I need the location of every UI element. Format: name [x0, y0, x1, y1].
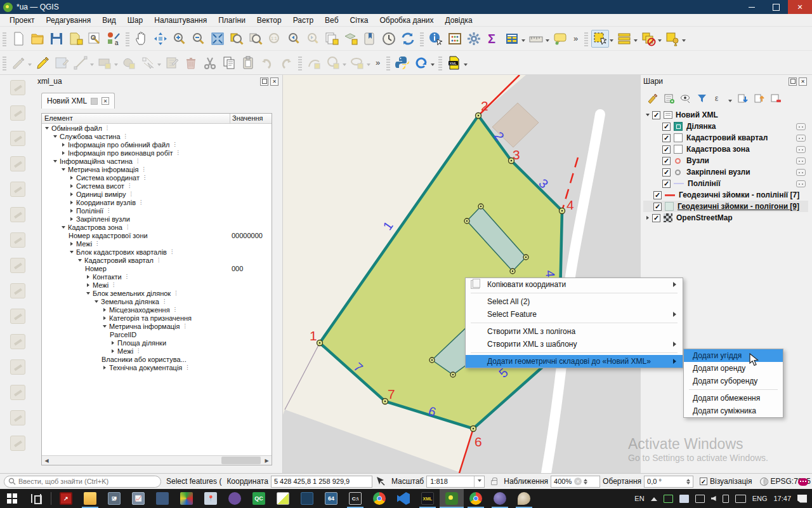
tree-row[interactable]: Службова частина⋮: [42, 132, 272, 140]
add-polygon-button[interactable]: [120, 54, 138, 72]
add-line-dropdown[interactable]: [90, 64, 94, 68]
taskbar-app-win64[interactable]: 64: [319, 489, 343, 508]
tree-header[interactable]: Елемент Значення: [42, 114, 272, 124]
spinner-icons[interactable]: [686, 477, 690, 486]
item-menu-dots-icon[interactable]: ⋮: [136, 348, 140, 354]
current-edits-button[interactable]: [10, 54, 27, 72]
add-line-feature-button[interactable]: [72, 54, 89, 72]
edit-indicator-icon[interactable]: [796, 146, 806, 153]
taskbar-app-door[interactable]: [295, 489, 319, 508]
zoom-to-layer-button[interactable]: [247, 30, 265, 48]
expand-arrow[interactable]: [51, 158, 59, 164]
menu-mesh[interactable]: Сітка: [344, 15, 374, 26]
project-properties-button[interactable]: [86, 30, 103, 48]
left-tool-icon[interactable]: [10, 258, 25, 273]
map-themes-icon[interactable]: [679, 91, 693, 105]
layer-row[interactable]: ✓ Вузли: [643, 155, 808, 166]
render-checkbox[interactable]: ✓: [700, 478, 707, 485]
identify-features-button[interactable]: [427, 30, 445, 48]
taskbar-app-paint[interactable]: [512, 489, 536, 508]
item-menu-dots-icon[interactable]: ⋮: [111, 282, 115, 288]
left-tool-icon[interactable]: [10, 359, 25, 375]
zoom-to-selection-button[interactable]: [228, 30, 246, 48]
layer-row[interactable]: ✓ OpenStreetMap: [643, 212, 808, 224]
expand-arrow[interactable]: [109, 349, 117, 353]
layer-row-selected[interactable]: ✓ Геодезичні зйомки - полігони [9]: [643, 201, 808, 212]
delete-selected-button[interactable]: [182, 54, 200, 72]
toolbar-grip[interactable]: [386, 55, 390, 70]
zoom-full-button[interactable]: [209, 30, 226, 48]
new-project-button[interactable]: [10, 30, 27, 48]
item-menu-dots-icon[interactable]: ⋮: [142, 175, 147, 180]
expand-arrow[interactable]: [43, 125, 51, 131]
expand-arrow[interactable]: [84, 283, 92, 287]
add-rectangle-dropdown[interactable]: [114, 64, 118, 68]
crs-globe-icon[interactable]: [760, 478, 768, 486]
minimize-button[interactable]: [740, 0, 764, 14]
python-console-button[interactable]: [393, 54, 411, 72]
layer-checkbox[interactable]: ✓: [662, 123, 671, 131]
toolbar-grip[interactable]: [3, 55, 6, 70]
xml-plugin-dropdown[interactable]: [464, 64, 468, 68]
layer-checkbox[interactable]: ✓: [653, 191, 662, 199]
toggle-editing-button[interactable]: [34, 54, 51, 72]
left-tool-icon[interactable]: [10, 80, 25, 95]
expand-arrow[interactable]: [60, 224, 67, 231]
refresh-map-button[interactable]: [399, 30, 417, 48]
combo-dropdown-icon[interactable]: [474, 476, 484, 487]
plugin-reloader-dropdown[interactable]: [431, 64, 435, 68]
left-tool-icon[interactable]: [10, 105, 25, 121]
column-value[interactable]: Значення: [230, 114, 272, 123]
tree-row[interactable]: Система висот⋮: [42, 182, 272, 190]
select-by-location-dropdown[interactable]: [682, 39, 686, 44]
item-menu-dots-icon[interactable]: ⋮: [169, 249, 174, 255]
input-language[interactable]: EN: [634, 495, 644, 502]
select-by-value-button[interactable]: [615, 30, 633, 48]
menu-vector[interactable]: Вектор: [251, 15, 287, 26]
expand-arrow[interactable]: [101, 366, 108, 370]
close-tab-icon[interactable]: ✕: [102, 97, 109, 105]
map-canvas[interactable]: 1 2 3 4 6 7 1 2 3 4 5 6 7: [282, 75, 641, 473]
processing-toolbox-button[interactable]: [465, 30, 483, 48]
left-tool-icon[interactable]: [10, 309, 25, 324]
expand-arrow[interactable]: [101, 323, 108, 330]
item-menu-dots-icon[interactable]: ⋮: [105, 125, 109, 131]
left-tool-icon[interactable]: [10, 156, 25, 171]
power-icon[interactable]: [723, 495, 729, 503]
expand-all-icon[interactable]: [736, 91, 750, 105]
item-menu-dots-icon[interactable]: ⋮: [123, 133, 128, 139]
tree-row[interactable]: ParcelID: [42, 330, 272, 338]
layer-row[interactable]: ✓ Геодезичні зйомки - полілінії [7]: [643, 189, 808, 201]
shape-digitize-circle-button[interactable]: [324, 54, 342, 72]
toolbar-grip[interactable]: [438, 55, 442, 70]
taskbar-app-system-tool[interactable]: 🖳: [102, 489, 126, 508]
filter-expression-icon[interactable]: ε: [712, 91, 726, 105]
layer-row[interactable]: ✓ Закріплені вузли: [643, 166, 808, 178]
menu-item-create-xml-from-template[interactable]: Створити XML з шаблону: [466, 338, 683, 351]
taskbar-app-qc[interactable]: QC: [247, 489, 271, 508]
filter-expression-dropdown[interactable]: [728, 100, 732, 104]
start-button[interactable]: [0, 489, 24, 508]
taskbar-app-github[interactable]: [223, 489, 247, 508]
menu-layer[interactable]: Шар: [122, 15, 148, 26]
tree-row[interactable]: Технічна документація⋮: [42, 363, 272, 371]
taskbar-app-qgis[interactable]: [440, 489, 464, 508]
messages-icon[interactable]: [798, 478, 808, 486]
volume-icon[interactable]: [711, 496, 716, 501]
scrollbar-thumb[interactable]: [221, 457, 261, 464]
close-button[interactable]: ✕: [788, 0, 812, 14]
layer-checkbox[interactable]: ✓: [662, 134, 671, 142]
map-tips-button[interactable]: [551, 30, 569, 48]
menu-web[interactable]: Веб: [319, 15, 344, 26]
expand-arrow[interactable]: [60, 151, 67, 155]
expand-arrow[interactable]: [643, 112, 652, 118]
menu-item-create-xml-from-polygon[interactable]: Створити XML з полігона: [466, 325, 683, 338]
expand-arrow[interactable]: [68, 217, 75, 221]
network-icon[interactable]: [695, 495, 705, 503]
submenu-item-add-sublease[interactable]: Додати суборенду: [684, 375, 783, 387]
expand-arrow[interactable]: [109, 341, 117, 345]
statistical-summary-button[interactable]: [446, 30, 464, 48]
undo-button[interactable]: [258, 54, 276, 72]
toolbar-grip[interactable]: [584, 31, 588, 46]
scale-combo[interactable]: 1:818: [426, 476, 485, 488]
